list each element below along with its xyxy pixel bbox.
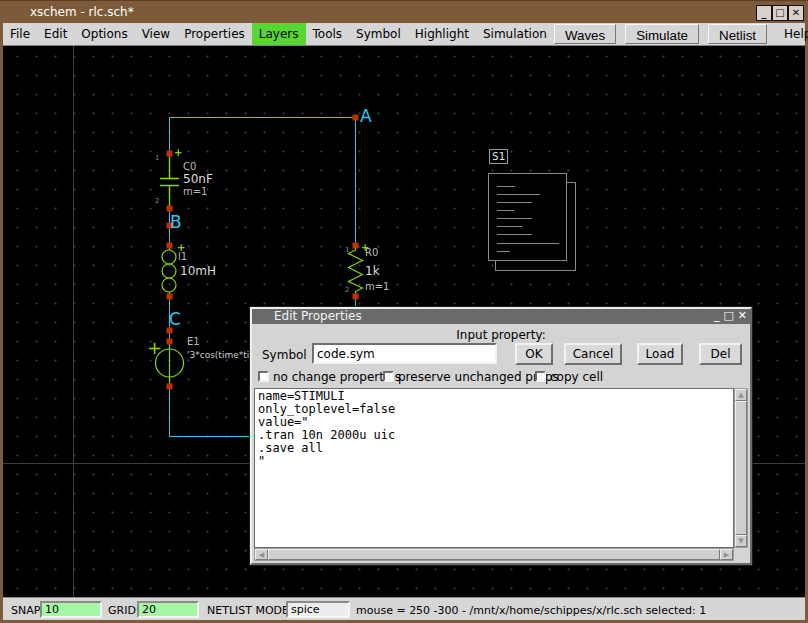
resistor-mult[interactable]: m=1 — [365, 282, 389, 292]
window-titlebar[interactable]: xschem - rlc.sch* _ □ ✕ — [0, 0, 808, 23]
dialog-controls: _ □ ✕ — [714, 309, 747, 323]
input-property-label: Input property: — [252, 328, 750, 342]
waves-button[interactable]: Waves — [554, 24, 616, 44]
del-button[interactable]: Del — [699, 343, 742, 365]
dialog-titlebar[interactable]: Edit Properties _ □ ✕ — [252, 309, 750, 324]
netlist-mode-label: NETLIST MODE: — [207, 604, 293, 617]
source-value[interactable]: '3*cos(time*ti — [187, 351, 249, 360]
dialog-minimize-icon[interactable]: _ — [714, 309, 720, 323]
inductor-ref[interactable]: l1 — [178, 252, 187, 262]
menubar: File Edit Options View Properties Layers… — [3, 23, 805, 46]
grid-input[interactable] — [137, 601, 199, 618]
menu-highlight[interactable]: Highlight — [408, 23, 476, 45]
capacitor-pin1-number: 1 — [155, 155, 159, 162]
menu-help[interactable]: Help — [776, 23, 808, 45]
menu-options[interactable]: Options — [74, 23, 134, 45]
window-title: xschem - rlc.sch* — [30, 5, 134, 19]
scrollbar-corner — [734, 548, 748, 561]
copy-cell-label: copy cell — [550, 370, 603, 384]
resistor-value[interactable]: 1k — [365, 265, 380, 277]
statusbar: SNAP: GRID: NETLIST MODE: mouse = 250 -3… — [3, 597, 805, 620]
menu-file[interactable]: File — [3, 23, 37, 45]
vertical-scrollbar[interactable]: ▲ ▼ — [734, 388, 748, 548]
property-text-area-group: name=STIMULI only_toplevel=false value="… — [254, 388, 748, 561]
horizontal-scrollbar[interactable]: ◀ ▶ — [254, 548, 734, 561]
maximize-icon[interactable]: □ — [772, 5, 788, 21]
inductor-plus-mark: + — [177, 243, 185, 253]
dialog-maximize-icon[interactable]: □ — [723, 309, 733, 323]
scroll-left-icon[interactable]: ◀ — [255, 549, 268, 560]
capacitor-ref[interactable]: C0 — [183, 162, 196, 172]
no-change-properties-label: no change properties — [273, 370, 401, 384]
minimize-icon[interactable]: _ — [756, 5, 772, 21]
netlist-button[interactable]: Netlist — [708, 24, 767, 44]
resistor-pin1-number: 1 — [345, 247, 349, 254]
xschem-window: xschem - rlc.sch* _ □ ✕ File Edit Option… — [0, 0, 808, 623]
code-block-symbol[interactable] — [489, 174, 576, 271]
property-text-area[interactable]: name=STIMULI only_toplevel=false value="… — [254, 388, 734, 548]
dialog-title: Edit Properties — [274, 309, 362, 323]
menu-tools[interactable]: Tools — [306, 23, 350, 45]
horizontal-scroll-thumb[interactable] — [268, 549, 720, 560]
capacitor-symbol[interactable] — [160, 153, 179, 208]
schematic-canvas[interactable]: A B C C0 50nF m=1 1 2 + l1 10mH + R0 1k … — [3, 46, 805, 597]
menu-symbol[interactable]: Symbol — [349, 23, 408, 45]
vertical-scroll-thumb[interactable] — [735, 401, 747, 535]
capacitor-mult[interactable]: m=1 — [183, 187, 207, 197]
resistor-plus-mark: + — [361, 243, 369, 253]
menu-edit[interactable]: Edit — [37, 23, 74, 45]
inductor-value[interactable]: 10mH — [180, 265, 216, 277]
ok-button[interactable]: OK — [515, 343, 553, 365]
source-ref[interactable]: E1 — [187, 337, 200, 347]
symbol-input[interactable] — [312, 343, 497, 364]
menu-layers[interactable]: Layers — [252, 23, 306, 45]
grid-label: GRID: — [108, 604, 140, 617]
snap-input[interactable] — [40, 601, 102, 618]
edit-properties-dialog: Edit Properties _ □ ✕ Input property: Sy… — [250, 307, 752, 565]
cancel-button[interactable]: Cancel — [564, 343, 622, 365]
capacitor-plus-mark: + — [174, 148, 182, 158]
close-icon[interactable]: ✕ — [788, 5, 804, 21]
load-button[interactable]: Load — [637, 343, 683, 365]
scroll-up-icon[interactable]: ▲ — [735, 389, 747, 401]
source-plus-mark: + — [147, 339, 162, 357]
no-change-properties-checkbox[interactable] — [258, 371, 269, 382]
scroll-down-icon[interactable]: ▼ — [735, 535, 747, 547]
netlist-mode-input[interactable] — [286, 601, 350, 618]
mouse-status-text: mouse = 250 -300 - /mnt/x/home/schippes/… — [356, 604, 706, 617]
node-label-a[interactable]: A — [360, 108, 372, 125]
code-block-ref[interactable]: S1 — [489, 149, 508, 164]
simulate-button[interactable]: Simulate — [625, 24, 699, 44]
menu-properties[interactable]: Properties — [177, 23, 252, 45]
scroll-right-icon[interactable]: ▶ — [720, 549, 733, 560]
window-controls: _ □ ✕ — [756, 5, 804, 21]
symbol-label: Symbol — [262, 348, 307, 362]
capacitor-value[interactable]: 50nF — [183, 173, 213, 185]
menu-simulation[interactable]: Simulation — [476, 23, 554, 45]
capacitor-pin2-number: 2 — [155, 198, 159, 205]
menu-view[interactable]: View — [135, 23, 177, 45]
copy-cell-checkbox[interactable] — [535, 371, 546, 382]
dialog-close-icon[interactable]: ✕ — [738, 309, 747, 323]
node-label-b[interactable]: B — [170, 214, 182, 231]
preserve-unchanged-props-checkbox[interactable] — [383, 371, 394, 382]
resistor-pin2-number: 2 — [345, 287, 349, 294]
inductor-symbol[interactable] — [162, 245, 176, 296]
node-label-c[interactable]: C — [169, 311, 181, 328]
